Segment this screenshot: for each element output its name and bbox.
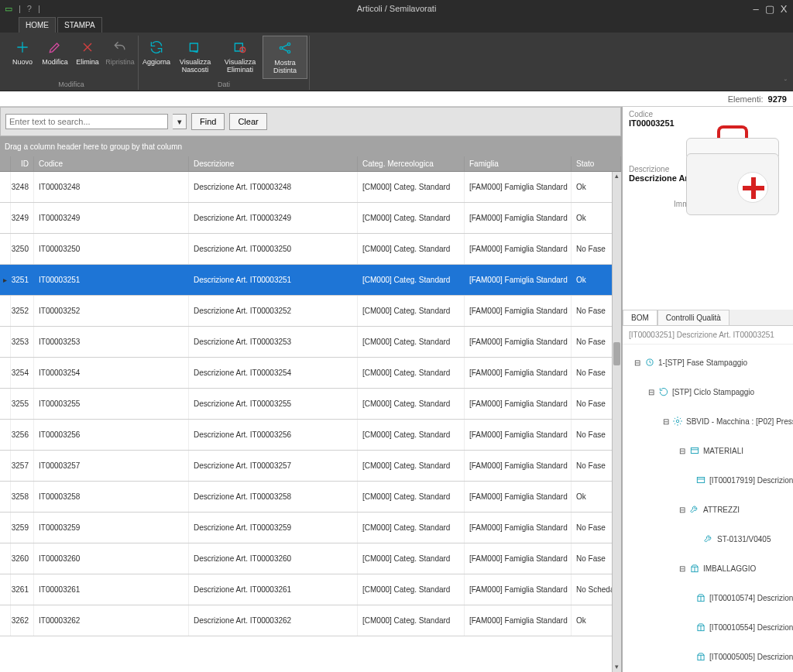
table-row[interactable]: 3249IT00003249Descrizione Art. IT0000324… xyxy=(0,203,621,234)
cell-id: 3260 xyxy=(11,543,34,574)
visualizza-eliminati-button[interactable]: Visualizza Eliminati xyxy=(218,36,263,79)
ripristina-button[interactable]: Ripristina xyxy=(104,36,136,79)
menu-tabs: HOME STAMPA xyxy=(0,17,793,33)
table-row[interactable]: ▸3251IT00003251Descrizione Art. IT000032… xyxy=(0,265,621,296)
tree-node[interactable]: ⊟1-[STP] Fase Stampaggio xyxy=(624,348,791,377)
search-dropdown-icon[interactable]: ▾ xyxy=(173,114,187,129)
minimize-icon[interactable]: – xyxy=(750,3,762,15)
table-row[interactable]: 3255IT00003255Descrizione Art. IT0000325… xyxy=(0,389,621,420)
close-icon[interactable]: X xyxy=(778,3,790,15)
tree-node[interactable]: ST-0131/V0405 xyxy=(624,524,791,554)
aggiorna-button[interactable]: Aggiorna xyxy=(140,36,173,79)
row-indicator xyxy=(0,543,11,574)
table-row[interactable]: 3250IT00003250Descrizione Art. IT0000325… xyxy=(0,234,621,265)
cell-categoria: [CM000] Categ. Standard xyxy=(358,574,465,605)
tab-controlli-qualita[interactable]: Controlli Qualità xyxy=(657,310,729,325)
group-label-modifica: Modifica xyxy=(58,81,84,90)
col-descrizione[interactable]: Descrizione xyxy=(189,156,358,171)
table-row[interactable]: 3259IT00003259Descrizione Art. IT0000325… xyxy=(0,513,621,543)
tree-node[interactable]: ⊟IMBALLAGGIO xyxy=(624,554,791,583)
table-row[interactable]: 3261IT00003261Descrizione Art. IT0000326… xyxy=(0,574,621,605)
group-by-hint[interactable]: Drag a column header here to group by th… xyxy=(0,136,621,156)
help-icon[interactable]: ? xyxy=(27,4,32,13)
tree-node[interactable]: ⊟ATTREZZI xyxy=(624,495,791,524)
table-row[interactable]: 3262IT00003262Descrizione Art. IT0000326… xyxy=(0,605,621,636)
mostra-distinta-label: Mostra Distinta xyxy=(263,60,307,75)
tree-toggle-icon[interactable]: ⊟ xyxy=(678,447,686,455)
eye-deleted-icon xyxy=(232,39,249,56)
table-row[interactable]: 3252IT00003252Descrizione Art. IT0000325… xyxy=(0,296,621,327)
cell-descrizione: Descrizione Art. IT00003253 xyxy=(189,327,358,357)
cell-codice: IT00003259 xyxy=(34,513,189,543)
tab-home[interactable]: HOME xyxy=(19,17,56,33)
cell-categoria: [CM000] Categ. Standard xyxy=(358,327,465,357)
cell-descrizione: Descrizione Art. IT00003256 xyxy=(189,420,358,450)
col-codice[interactable]: Codice xyxy=(34,156,189,171)
tree-toggle-icon[interactable]: ⊟ xyxy=(633,358,641,367)
tree-toggle-icon[interactable]: ⊟ xyxy=(647,388,655,396)
tree-node-label: [IT00010554] Descrizione Art. IT00010554 xyxy=(709,623,793,632)
table-row[interactable]: 3257IT00003257Descrizione Art. IT0000325… xyxy=(0,451,621,482)
cell-categoria: [CM000] Categ. Standard xyxy=(358,358,465,388)
tool-icon xyxy=(689,504,700,515)
grid-area: ▾ Find Clear Drag a column header here t… xyxy=(0,107,623,672)
cell-famiglia: [FAM000] Famiglia Standard xyxy=(465,203,572,233)
table-row[interactable]: 3253IT00003253Descrizione Art. IT0000325… xyxy=(0,327,621,358)
elimina-button[interactable]: Elimina xyxy=(71,36,104,79)
tree-node[interactable]: ⊟SBVID - Macchina : [P02] Pressa 2 xyxy=(624,406,791,436)
tree-node[interactable]: [IT00017919] Descrizione Art. IT00017919 xyxy=(624,465,791,495)
raw-icon xyxy=(695,475,706,485)
tree-toggle-icon[interactable]: ⊟ xyxy=(663,417,669,426)
tree-node[interactable]: ⊟MATERIALI xyxy=(624,436,791,465)
scrollbar-vertical[interactable]: ▴ ▾ xyxy=(612,172,621,672)
cell-id: 3250 xyxy=(11,234,34,264)
table-row[interactable]: 3254IT00003254Descrizione Art. IT0000325… xyxy=(0,358,621,389)
col-famiglia[interactable]: Famiglia xyxy=(465,156,572,171)
scroll-up-icon[interactable]: ▴ xyxy=(613,172,621,181)
pack-icon xyxy=(689,563,700,574)
col-stato[interactable]: Stato xyxy=(572,156,621,171)
table-row[interactable]: 3258IT00003258Descrizione Art. IT0000325… xyxy=(0,482,621,513)
col-id[interactable]: ID xyxy=(11,156,34,171)
nuovo-label: Nuovo xyxy=(12,59,33,67)
table-row[interactable]: 3256IT00003256Descrizione Art. IT0000325… xyxy=(0,420,621,451)
window-title: Articoli / Semilavorati xyxy=(357,4,437,13)
tab-bom[interactable]: BOM xyxy=(623,310,657,325)
bom-tabs: BOM Controlli Qualità xyxy=(623,310,793,326)
scroll-thumb[interactable] xyxy=(613,342,620,365)
tree-node[interactable]: [IT00010574] Descrizione Art. IT00010574 xyxy=(624,583,791,612)
cell-categoria: [CM000] Categ. Standard xyxy=(358,389,465,419)
modifica-button[interactable]: Modifica xyxy=(39,36,71,79)
cell-categoria: [CM000] Categ. Standard xyxy=(358,513,465,543)
col-categoria[interactable]: Categ. Merceologica xyxy=(358,156,465,171)
cell-descrizione: Descrizione Art. IT00003254 xyxy=(189,358,358,388)
row-indicator xyxy=(0,513,11,543)
cell-categoria: [CM000] Categ. Standard xyxy=(358,172,465,202)
titlebar: ▭ | ? | Articoli / Semilavorati – ▢ X xyxy=(0,0,793,17)
clear-button[interactable]: Clear xyxy=(229,113,266,130)
search-input[interactable] xyxy=(5,114,168,129)
cell-id: 3252 xyxy=(11,296,34,326)
table-row[interactable]: 3248IT00003248Descrizione Art. IT0000324… xyxy=(0,172,621,203)
mostra-distinta-button[interactable]: Mostra Distinta xyxy=(263,36,307,79)
find-button[interactable]: Find xyxy=(191,113,225,130)
tree-node[interactable]: ⊟[STP] Ciclo Stampaggio xyxy=(624,377,791,406)
cell-categoria: [CM000] Categ. Standard xyxy=(358,482,465,512)
machine-icon xyxy=(672,416,683,427)
scroll-down-icon[interactable]: ▾ xyxy=(613,663,621,672)
cell-famiglia: [FAM000] Famiglia Standard xyxy=(465,513,572,543)
tab-stampa[interactable]: STAMPA xyxy=(57,17,102,33)
cell-id: 3259 xyxy=(11,513,34,543)
ribbon-collapse-icon[interactable]: ˇ xyxy=(784,79,787,87)
tree-toggle-icon[interactable]: ⊟ xyxy=(678,564,686,573)
tree-node-label: SBVID - Macchina : [P02] Pressa 2 xyxy=(686,417,793,426)
tree-toggle-icon[interactable]: ⊟ xyxy=(678,506,686,514)
table-row[interactable]: 3260IT00003260Descrizione Art. IT0000326… xyxy=(0,543,621,574)
nuovo-button[interactable]: Nuovo xyxy=(6,36,39,79)
maximize-icon[interactable]: ▢ xyxy=(764,3,776,15)
visualizza-nascosti-button[interactable]: Visualizza Nascosti xyxy=(173,36,218,79)
cell-id: 3262 xyxy=(11,605,34,636)
tree-node[interactable]: [IT00010554] Descrizione Art. IT00010554 xyxy=(624,612,791,642)
cell-famiglia: [FAM000] Famiglia Standard xyxy=(465,265,572,295)
tree-node[interactable]: [IT00005005] Descrizione Art. IT00005005 xyxy=(624,642,791,671)
